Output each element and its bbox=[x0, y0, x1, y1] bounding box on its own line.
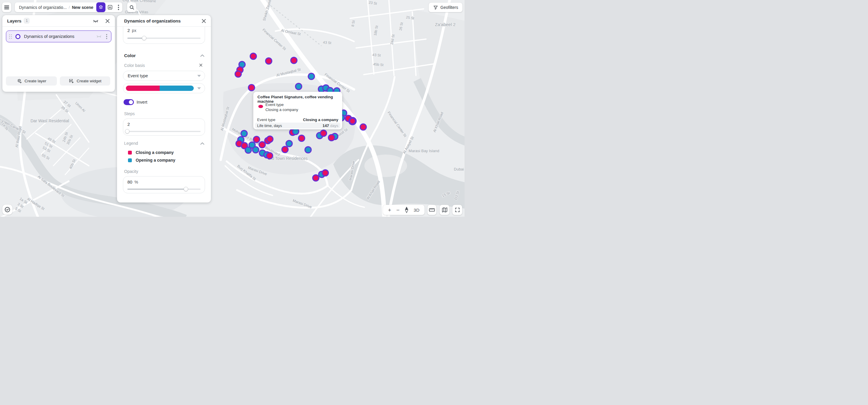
size-slider-thumb[interactable] bbox=[142, 36, 146, 40]
map-marker-selected[interactable] bbox=[349, 118, 356, 124]
settings-panel-header: Dynamics of organizations bbox=[117, 15, 211, 27]
map-marker-pink[interactable] bbox=[329, 135, 335, 141]
map-marker-pink[interactable] bbox=[254, 136, 260, 143]
color-ramp-preview bbox=[126, 86, 194, 91]
geofilters-label: Geofilters bbox=[440, 5, 458, 10]
street-label: 43 St bbox=[323, 40, 332, 45]
measure-button[interactable] bbox=[428, 205, 436, 215]
legend-section-title: Legend bbox=[124, 141, 138, 146]
steps-slider-thumb[interactable] bbox=[125, 129, 129, 134]
size-slider[interactable] bbox=[127, 36, 200, 40]
kebab-icon bbox=[118, 5, 119, 10]
map-marker-pink[interactable] bbox=[360, 124, 367, 130]
legend-swatch bbox=[128, 151, 132, 155]
layer-visibility-eye-icon[interactable] bbox=[96, 33, 102, 39]
main-menu-button[interactable] bbox=[2, 2, 11, 12]
toggle-3d-button[interactable]: 3D bbox=[413, 208, 420, 212]
tooltip-series-label: Event type bbox=[266, 102, 298, 107]
map-marker-pink[interactable] bbox=[235, 71, 242, 77]
map-marker-pink[interactable] bbox=[320, 130, 327, 136]
create-layer-label: Create layer bbox=[25, 79, 46, 83]
opacity-slider-thumb[interactable] bbox=[184, 187, 188, 191]
map-marker-pink[interactable] bbox=[291, 58, 297, 64]
hide-all-layers-eye-icon[interactable] bbox=[92, 18, 99, 24]
ruler-icon bbox=[429, 208, 435, 212]
color-ramp-select[interactable] bbox=[123, 83, 205, 93]
street-label: Marasi Bay Island bbox=[408, 148, 439, 153]
color-section-collapse-icon[interactable] bbox=[200, 54, 205, 58]
breadcrumb-project[interactable]: Dynamics of organizatio... bbox=[15, 5, 67, 10]
create-widget-button[interactable]: Create widget bbox=[60, 76, 110, 86]
app-window: City Walk CrestlaneGalleria VillasSheikh… bbox=[0, 0, 465, 217]
map-marker-blue[interactable] bbox=[308, 73, 315, 80]
clear-color-basis-icon[interactable] bbox=[198, 63, 203, 67]
compass-icon[interactable] bbox=[405, 207, 408, 213]
toolbar-more-button[interactable] bbox=[115, 2, 122, 12]
map-marker-pink[interactable] bbox=[267, 153, 273, 159]
map-marker-pink[interactable] bbox=[266, 58, 272, 64]
map-marker-blue[interactable] bbox=[253, 147, 259, 153]
color-basis-value: Event type bbox=[128, 73, 197, 78]
legend-swatch bbox=[128, 158, 132, 162]
color-basis-select[interactable]: Event type bbox=[123, 71, 205, 81]
map-nav-controls: + − 3D bbox=[383, 205, 425, 215]
map-marker-blue[interactable] bbox=[296, 83, 302, 90]
steps-slider[interactable] bbox=[127, 129, 200, 134]
layers-count-badge: 1 bbox=[24, 18, 30, 24]
opacity-unit: % bbox=[134, 180, 138, 184]
fullscreen-icon bbox=[455, 207, 460, 212]
layer-name: Dynamics of organizations bbox=[24, 34, 96, 39]
map-marker-blue[interactable] bbox=[305, 147, 311, 153]
create-layer-button[interactable]: Create layer bbox=[6, 76, 57, 86]
tooltip-series-value: Closing a company bbox=[266, 107, 298, 112]
size-unit: px bbox=[132, 28, 136, 33]
layers-panel-close-icon[interactable] bbox=[104, 18, 111, 24]
map-marker-pink[interactable] bbox=[267, 136, 273, 142]
layer-row-dynamics-of-organizations[interactable]: Dynamics of organizations bbox=[6, 31, 112, 42]
steps-value[interactable]: 2 bbox=[127, 122, 130, 127]
legend-collapse-icon[interactable] bbox=[200, 141, 205, 146]
layers-panel-header: Layers 1 bbox=[2, 15, 115, 27]
map-marker-pink[interactable] bbox=[322, 170, 329, 176]
layers-panel-title: Layers bbox=[7, 19, 21, 23]
search-button[interactable] bbox=[127, 2, 136, 12]
map-marker-blue[interactable] bbox=[241, 131, 247, 137]
tooltip-row-label: Event type bbox=[257, 117, 303, 122]
invert-label: Invert bbox=[136, 100, 147, 104]
map-marker-blue[interactable] bbox=[245, 147, 251, 154]
settings-panel-close-icon[interactable] bbox=[200, 18, 207, 24]
legend-item[interactable]: Closing a company bbox=[128, 150, 174, 155]
breadcrumb-scene[interactable]: New scene bbox=[72, 5, 93, 10]
map-marker-pink[interactable] bbox=[259, 142, 266, 148]
layer-more-kebab-icon[interactable] bbox=[106, 34, 107, 39]
map-marker-pink[interactable] bbox=[250, 53, 256, 60]
basemap-button[interactable] bbox=[440, 205, 450, 215]
street-label: Dubai bbox=[454, 167, 464, 171]
opacity-value[interactable]: 80 bbox=[127, 179, 132, 184]
map-marker-pink[interactable] bbox=[313, 175, 319, 181]
legend-item-label: Closing a company bbox=[136, 150, 174, 155]
drag-handle-icon[interactable] bbox=[9, 34, 12, 39]
map-marker-pink[interactable] bbox=[282, 146, 288, 153]
funnel-icon bbox=[433, 5, 438, 10]
size-value[interactable]: 2 bbox=[127, 28, 130, 33]
layer-settings-panel: Dynamics of organizations 2px Color Colo… bbox=[117, 15, 211, 203]
opacity-slider[interactable] bbox=[127, 187, 200, 191]
zoom-in-button[interactable]: + bbox=[388, 207, 391, 213]
street-label: 43 St bbox=[372, 53, 381, 58]
zoom-out-button[interactable]: − bbox=[396, 207, 400, 213]
opacity-field: 80% bbox=[123, 176, 205, 193]
search-icon bbox=[129, 5, 134, 10]
geofilters-button[interactable]: Geofilters bbox=[429, 3, 462, 12]
map-marker-pink[interactable] bbox=[299, 135, 305, 141]
time-machine-button[interactable] bbox=[2, 205, 12, 215]
fullscreen-button[interactable] bbox=[453, 205, 462, 215]
color-basis-label: Color basis bbox=[124, 63, 145, 68]
layers-toggle-button[interactable] bbox=[96, 2, 105, 12]
legend-item[interactable]: Opening a company bbox=[128, 158, 175, 163]
layers-icon bbox=[98, 4, 104, 10]
widgets-button[interactable] bbox=[105, 2, 115, 12]
map-marker-blue[interactable] bbox=[286, 141, 292, 147]
invert-toggle[interactable] bbox=[124, 99, 134, 105]
map-marker-pink[interactable] bbox=[249, 85, 255, 91]
